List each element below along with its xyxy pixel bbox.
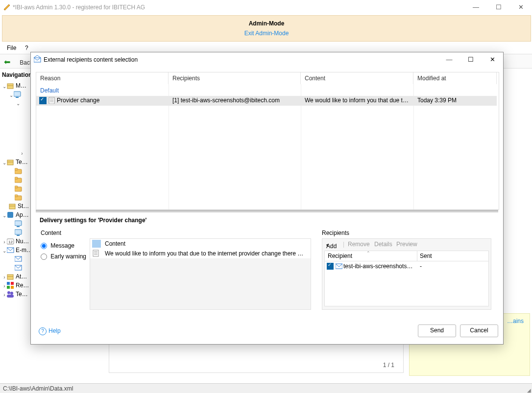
tree-item[interactable]: ⌄M… — [2, 82, 26, 91]
tree-item[interactable]: ›Te… — [2, 291, 28, 299]
splitter[interactable] — [36, 210, 498, 212]
group-default[interactable]: Default — [40, 87, 59, 94]
col-reason[interactable]: Reason — [36, 72, 169, 84]
col-sent[interactable]: Sent — [420, 253, 432, 259]
help-link[interactable]: ?Help — [39, 327, 61, 335]
hint-link[interactable]: …ains — [507, 318, 524, 324]
back-arrow-icon: ⬅ — [4, 58, 10, 66]
status-path: C:\IBI-aws\Admin\Data.xml — [3, 385, 73, 392]
radio-early-warning[interactable]: Early warning — [41, 253, 86, 260]
remove-button[interactable]: Remove — [348, 241, 370, 248]
dialog-title: External recipients content selection — [44, 56, 138, 63]
menu-file[interactable]: File — [7, 45, 16, 51]
menu-help[interactable]: ? — [25, 45, 28, 51]
col-modified[interactable]: Modified at — [413, 72, 497, 84]
recipient-row-checkbox[interactable] — [327, 263, 334, 270]
tree-item[interactable]: ⌄Ap… — [2, 211, 29, 220]
content-section-label: Content — [41, 230, 61, 236]
recipients-grid[interactable]: Recipient ⌃ Sent test-ibi-aws-screenshot… — [324, 251, 489, 306]
sort-indicator-icon: ⌃ — [366, 251, 370, 255]
cancel-button[interactable]: Cancel — [460, 324, 498, 337]
content-header-icon — [92, 240, 101, 248]
window-maximize-button[interactable]: ☐ — [487, 0, 509, 14]
dialog-icon — [34, 55, 42, 63]
cell-recipients: [1] test-ibi-aws-screenshots@ibitech.com — [172, 97, 297, 104]
content-list-item[interactable]: We would like to inform you that due to … — [90, 249, 311, 258]
tree-item[interactable]: ⌄Te… — [2, 159, 28, 167]
cell-content: We would like to inform you that due t… — [305, 97, 410, 104]
window-titlebar: *IBI-aws Admin 1.30.0 - registered for I… — [0, 0, 532, 15]
window-close-button[interactable]: ✕ — [510, 0, 532, 14]
content-pager-panel: 1 / 1 — [109, 343, 404, 373]
content-list-header: Content — [90, 239, 311, 249]
tree-item[interactable] — [15, 220, 24, 229]
recipient-row[interactable]: test-ibi-aws-screenshots@i… - — [325, 262, 488, 271]
dialog-maximize-button[interactable]: ☐ — [460, 52, 482, 67]
app-icon — [3, 3, 11, 11]
radio-message[interactable]: Message — [41, 242, 74, 249]
tree-item[interactable]: ›Nu… — [2, 238, 29, 246]
page-indicator: 1 / 1 — [383, 362, 394, 369]
tree-item[interactable]: St… — [9, 203, 29, 211]
recipients-toolbar: Add ▾ | Remove Details Preview — [322, 239, 491, 250]
preview-button[interactable]: Preview — [396, 241, 417, 248]
details-button[interactable]: Details — [374, 241, 392, 248]
tree-item[interactable]: ⌄ — [9, 91, 23, 99]
recipients-panel: Add ▾ | Remove Details Preview Recipient… — [322, 238, 491, 310]
dropdown-caret-icon: ▾ — [326, 243, 329, 248]
delivery-settings-title: Delivery settings for 'Provider change' — [40, 217, 146, 224]
window-minimize-button[interactable]: — — [465, 0, 487, 14]
tree-item[interactable] — [15, 194, 24, 202]
recipients-grid-header: Recipient ⌃ Sent — [325, 251, 488, 261]
tree-item[interactable] — [15, 229, 24, 237]
selection-grid[interactable]: Reason Recipients Content Modified at De… — [36, 72, 499, 210]
cell-reason: Provider change — [57, 97, 165, 104]
sidebar-header: Navigation — [2, 71, 32, 78]
content-list[interactable]: Content We would like to inform you that… — [90, 238, 311, 310]
send-button[interactable]: Send — [418, 324, 456, 337]
tree-item[interactable]: ⌄ — [16, 100, 21, 108]
content-header-text: Content — [105, 240, 308, 247]
radio-message-label: Message — [50, 242, 74, 249]
external-recipients-dialog: External recipients content selection — … — [30, 52, 504, 345]
recipient-cell-name: test-ibi-aws-screenshots@i… — [343, 263, 415, 270]
tree-item[interactable]: ›Re… — [2, 282, 29, 290]
tree-item[interactable] — [15, 176, 24, 185]
admin-mode-banner: Admin-Mode Exit Admin-Mode — [2, 15, 531, 42]
dialog-titlebar: External recipients content selection — … — [31, 52, 503, 67]
content-item-text: We would like to inform you that due to … — [105, 250, 308, 257]
tree-item[interactable]: › — [20, 150, 24, 158]
radio-early-warning-input[interactable] — [41, 254, 47, 260]
recipients-section-label: Recipients — [322, 230, 349, 236]
col-recipient[interactable]: Recipient — [328, 253, 352, 259]
window-title: *IBI-aws Admin 1.30.0 - registered for I… — [13, 4, 145, 11]
row-checkbox[interactable] — [39, 97, 47, 104]
tree-item[interactable] — [15, 264, 24, 273]
banner-title: Admin-Mode — [2, 20, 531, 27]
tree-item[interactable] — [15, 255, 24, 264]
col-content[interactable]: Content — [301, 72, 413, 84]
tree-item[interactable]: ⌄E-m… — [2, 247, 32, 255]
radio-early-warning-label: Early warning — [50, 253, 86, 260]
grid-row-selected[interactable]: Provider change [1] test-ibi-aws-screens… — [36, 96, 497, 106]
resize-grip-icon[interactable]: ◢ — [527, 388, 531, 393]
help-icon: ? — [39, 327, 47, 335]
row-type-icon — [48, 97, 55, 104]
back-button[interactable]: ⬅ Back — [4, 57, 33, 67]
exit-admin-mode-link[interactable]: Exit Admin-Mode — [2, 30, 531, 37]
dialog-minimize-button[interactable]: — — [438, 52, 460, 67]
dialog-close-button[interactable]: ✕ — [482, 52, 503, 67]
col-recipients[interactable]: Recipients — [169, 72, 301, 84]
radio-message-input[interactable] — [41, 243, 47, 249]
status-bar: C:\IBI-aws\Admin\Data.xml ◢ — [0, 383, 532, 393]
content-item-icon — [92, 250, 101, 257]
tree-item[interactable] — [15, 185, 24, 193]
cell-modified: Today 3:39 PM — [417, 97, 496, 104]
recipient-mail-icon — [336, 263, 342, 270]
recipient-cell-sent: - — [420, 263, 449, 270]
tree-item[interactable]: ›At… — [2, 273, 27, 281]
tree-item[interactable] — [15, 167, 24, 176]
